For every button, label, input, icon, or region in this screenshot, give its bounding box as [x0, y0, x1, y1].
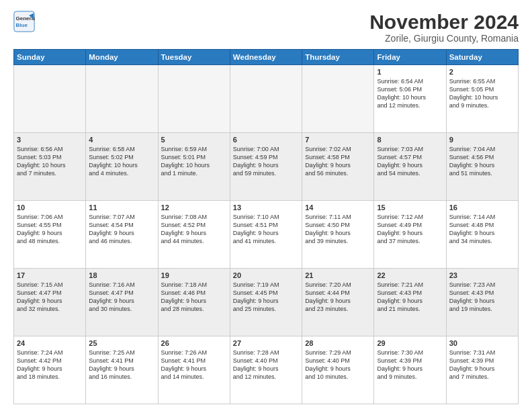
- day-number: 2: [449, 68, 515, 76]
- day-info: Sunrise: 7:16 AM Sunset: 4:47 PM Dayligh…: [89, 281, 154, 314]
- day-info: Sunrise: 7:12 AM Sunset: 4:49 PM Dayligh…: [377, 213, 443, 246]
- calendar-day: 12Sunrise: 7:08 AM Sunset: 4:52 PM Dayli…: [158, 201, 230, 269]
- day-number: 20: [233, 271, 299, 279]
- calendar-day: 5Sunrise: 6:59 AM Sunset: 5:01 PM Daylig…: [158, 133, 230, 201]
- calendar-day: 17Sunrise: 7:15 AM Sunset: 4:47 PM Dayli…: [14, 269, 86, 336]
- day-number: 19: [161, 271, 227, 279]
- day-number: 17: [17, 271, 83, 279]
- day-number: 18: [89, 271, 154, 279]
- calendar-day: 1Sunrise: 6:54 AM Sunset: 5:06 PM Daylig…: [374, 65, 446, 133]
- day-info: Sunrise: 7:02 AM Sunset: 4:58 PM Dayligh…: [305, 145, 371, 178]
- calendar-body: 1Sunrise: 6:54 AM Sunset: 5:06 PM Daylig…: [14, 65, 519, 404]
- day-number: 23: [449, 271, 515, 279]
- day-info: Sunrise: 7:24 AM Sunset: 4:42 PM Dayligh…: [17, 349, 83, 381]
- calendar-day: 27Sunrise: 7:28 AM Sunset: 4:40 PM Dayli…: [230, 336, 302, 404]
- day-info: Sunrise: 7:29 AM Sunset: 4:40 PM Dayligh…: [305, 349, 371, 381]
- calendar-day: 15Sunrise: 7:12 AM Sunset: 4:49 PM Dayli…: [374, 201, 446, 269]
- day-info: Sunrise: 7:31 AM Sunset: 4:39 PM Dayligh…: [449, 349, 515, 381]
- calendar-header: Sunday Monday Tuesday Wednesday Thursday…: [14, 50, 519, 65]
- day-info: Sunrise: 7:06 AM Sunset: 4:55 PM Dayligh…: [17, 213, 83, 246]
- day-number: 1: [377, 68, 443, 76]
- svg-text:Blue: Blue: [16, 22, 28, 28]
- day-number: 26: [161, 339, 227, 347]
- calendar-day: 20Sunrise: 7:19 AM Sunset: 4:45 PM Dayli…: [230, 269, 302, 336]
- day-number: 28: [305, 339, 371, 347]
- day-info: Sunrise: 7:04 AM Sunset: 4:56 PM Dayligh…: [449, 145, 515, 178]
- day-number: 16: [449, 203, 515, 212]
- day-number: 9: [449, 136, 515, 144]
- calendar-day: 26Sunrise: 7:26 AM Sunset: 4:41 PM Dayli…: [158, 336, 230, 404]
- col-sunday: Sunday: [14, 50, 86, 65]
- day-info: Sunrise: 7:10 AM Sunset: 4:51 PM Dayligh…: [233, 213, 299, 246]
- day-number: 5: [161, 136, 227, 144]
- col-monday: Monday: [86, 50, 158, 65]
- calendar-day: 21Sunrise: 7:20 AM Sunset: 4:44 PM Dayli…: [302, 269, 374, 336]
- day-info: Sunrise: 6:55 AM Sunset: 5:05 PM Dayligh…: [449, 77, 515, 110]
- day-info: Sunrise: 6:58 AM Sunset: 5:02 PM Dayligh…: [89, 145, 154, 178]
- logo: General Blue: [13, 11, 35, 32]
- day-info: Sunrise: 7:30 AM Sunset: 4:39 PM Dayligh…: [377, 349, 443, 381]
- calendar-day: 16Sunrise: 7:14 AM Sunset: 4:48 PM Dayli…: [446, 201, 518, 269]
- day-info: Sunrise: 7:07 AM Sunset: 4:54 PM Dayligh…: [89, 213, 154, 246]
- day-number: 25: [89, 339, 154, 347]
- day-info: Sunrise: 7:00 AM Sunset: 4:59 PM Dayligh…: [233, 145, 299, 178]
- day-info: Sunrise: 6:54 AM Sunset: 5:06 PM Dayligh…: [377, 77, 443, 110]
- calendar-day: 2Sunrise: 6:55 AM Sunset: 5:05 PM Daylig…: [446, 65, 518, 133]
- day-number: 7: [305, 136, 371, 144]
- day-number: 21: [305, 271, 371, 279]
- day-info: Sunrise: 6:56 AM Sunset: 5:03 PM Dayligh…: [17, 145, 83, 178]
- calendar-day: 24Sunrise: 7:24 AM Sunset: 4:42 PM Dayli…: [14, 336, 86, 404]
- calendar-week-4: 17Sunrise: 7:15 AM Sunset: 4:47 PM Dayli…: [14, 269, 519, 336]
- title-block: November 2024 Zorile, Giurgiu County, Ro…: [369, 11, 519, 44]
- day-number: 11: [89, 203, 154, 212]
- calendar-day: 7Sunrise: 7:02 AM Sunset: 4:58 PM Daylig…: [302, 133, 374, 201]
- col-wednesday: Wednesday: [230, 50, 302, 65]
- calendar-week-2: 3Sunrise: 6:56 AM Sunset: 5:03 PM Daylig…: [14, 133, 519, 201]
- day-number: 14: [305, 203, 371, 212]
- day-number: 15: [377, 203, 443, 212]
- day-number: 27: [233, 339, 299, 347]
- header: General Blue November 2024 Zorile, Giurg…: [13, 11, 519, 44]
- day-info: Sunrise: 7:23 AM Sunset: 4:43 PM Dayligh…: [449, 281, 515, 314]
- calendar-day: [230, 65, 302, 133]
- calendar-day: 18Sunrise: 7:16 AM Sunset: 4:47 PM Dayli…: [86, 269, 158, 336]
- calendar-day: 8Sunrise: 7:03 AM Sunset: 4:57 PM Daylig…: [374, 133, 446, 201]
- calendar-day: 23Sunrise: 7:23 AM Sunset: 4:43 PM Dayli…: [446, 269, 518, 336]
- day-info: Sunrise: 7:28 AM Sunset: 4:40 PM Dayligh…: [233, 349, 299, 381]
- calendar-day: 19Sunrise: 7:18 AM Sunset: 4:46 PM Dayli…: [158, 269, 230, 336]
- calendar-day: 4Sunrise: 6:58 AM Sunset: 5:02 PM Daylig…: [86, 133, 158, 201]
- calendar-page: General Blue November 2024 Zorile, Giurg…: [0, 0, 532, 411]
- calendar-day: 25Sunrise: 7:25 AM Sunset: 4:41 PM Dayli…: [86, 336, 158, 404]
- calendar-day: [302, 65, 374, 133]
- day-number: 13: [233, 203, 299, 212]
- calendar-day: [158, 65, 230, 133]
- calendar-week-1: 1Sunrise: 6:54 AM Sunset: 5:06 PM Daylig…: [14, 65, 519, 133]
- calendar-day: 11Sunrise: 7:07 AM Sunset: 4:54 PM Dayli…: [86, 201, 158, 269]
- day-number: 10: [17, 203, 83, 212]
- day-info: Sunrise: 6:59 AM Sunset: 5:01 PM Dayligh…: [161, 145, 227, 178]
- day-info: Sunrise: 7:08 AM Sunset: 4:52 PM Dayligh…: [161, 213, 227, 246]
- day-number: 3: [17, 136, 83, 144]
- day-number: 6: [233, 136, 299, 144]
- calendar-day: 30Sunrise: 7:31 AM Sunset: 4:39 PM Dayli…: [446, 336, 518, 404]
- col-friday: Friday: [374, 50, 446, 65]
- day-number: 12: [161, 203, 227, 212]
- col-thursday: Thursday: [302, 50, 374, 65]
- header-row: Sunday Monday Tuesday Wednesday Thursday…: [14, 50, 519, 65]
- day-info: Sunrise: 7:03 AM Sunset: 4:57 PM Dayligh…: [377, 145, 443, 178]
- calendar-day: 13Sunrise: 7:10 AM Sunset: 4:51 PM Dayli…: [230, 201, 302, 269]
- day-info: Sunrise: 7:19 AM Sunset: 4:45 PM Dayligh…: [233, 281, 299, 314]
- calendar-day: 29Sunrise: 7:30 AM Sunset: 4:39 PM Dayli…: [374, 336, 446, 404]
- month-title: November 2024: [369, 11, 519, 33]
- calendar-day: 28Sunrise: 7:29 AM Sunset: 4:40 PM Dayli…: [302, 336, 374, 404]
- day-info: Sunrise: 7:21 AM Sunset: 4:43 PM Dayligh…: [377, 281, 443, 314]
- day-number: 29: [377, 339, 443, 347]
- calendar-table: Sunday Monday Tuesday Wednesday Thursday…: [13, 49, 519, 404]
- calendar-day: 9Sunrise: 7:04 AM Sunset: 4:56 PM Daylig…: [446, 133, 518, 201]
- day-number: 24: [17, 339, 83, 347]
- day-info: Sunrise: 7:26 AM Sunset: 4:41 PM Dayligh…: [161, 349, 227, 381]
- day-number: 22: [377, 271, 443, 279]
- calendar-day: 10Sunrise: 7:06 AM Sunset: 4:55 PM Dayli…: [14, 201, 86, 269]
- calendar-day: [14, 65, 86, 133]
- day-number: 8: [377, 136, 443, 144]
